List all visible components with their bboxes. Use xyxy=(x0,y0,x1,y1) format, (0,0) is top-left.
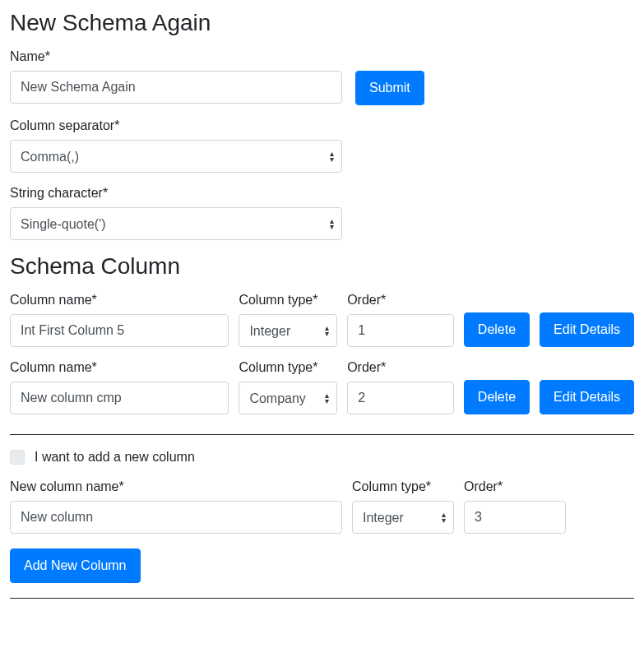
column-type-select[interactable]: Integer xyxy=(239,314,337,347)
column-type-label: Column type* xyxy=(239,293,337,308)
new-column-type-select[interactable]: Integer xyxy=(352,501,454,534)
edit-details-button[interactable]: Edit Details xyxy=(540,380,634,414)
schema-column-row: Column name* Column type* Integer Order*… xyxy=(10,293,634,347)
new-column-name-input[interactable] xyxy=(10,501,342,534)
add-column-checkbox[interactable] xyxy=(10,450,25,465)
string-character-label: String character* xyxy=(10,186,634,201)
name-label: Name* xyxy=(10,49,634,64)
column-type-label: Column type* xyxy=(239,360,337,375)
add-column-checkbox-label: I want to add a new column xyxy=(35,450,195,465)
new-column-order-label: Order* xyxy=(464,479,566,494)
string-character-select[interactable]: Single-quote(') xyxy=(10,207,342,240)
order-label: Order* xyxy=(347,360,454,375)
name-input[interactable] xyxy=(10,71,342,104)
edit-details-button[interactable]: Edit Details xyxy=(540,312,634,347)
submit-button[interactable]: Submit xyxy=(355,71,424,105)
divider xyxy=(10,598,634,599)
column-name-label: Column name* xyxy=(10,293,229,308)
new-column-type-label: Column type* xyxy=(352,479,454,494)
new-column-name-label: New column name* xyxy=(10,479,342,494)
column-type-select[interactable]: Company xyxy=(239,382,337,414)
column-name-input[interactable] xyxy=(10,382,229,414)
delete-button[interactable]: Delete xyxy=(464,380,530,414)
schema-column-row: Column name* Column type* Company Order*… xyxy=(10,360,634,414)
order-input[interactable] xyxy=(347,314,454,347)
delete-button[interactable]: Delete xyxy=(464,312,530,347)
schema-column-title: Schema Column xyxy=(10,253,634,280)
column-separator-select[interactable]: Comma(,) xyxy=(10,140,342,173)
new-column-order-input[interactable] xyxy=(464,501,566,534)
column-name-label: Column name* xyxy=(10,360,229,375)
page-title: New Schema Again xyxy=(10,10,634,36)
column-separator-label: Column separator* xyxy=(10,118,634,133)
order-label: Order* xyxy=(347,293,454,308)
divider xyxy=(10,434,634,435)
column-name-input[interactable] xyxy=(10,314,229,347)
add-new-column-button[interactable]: Add New Column xyxy=(10,548,141,583)
order-input[interactable] xyxy=(347,382,454,414)
